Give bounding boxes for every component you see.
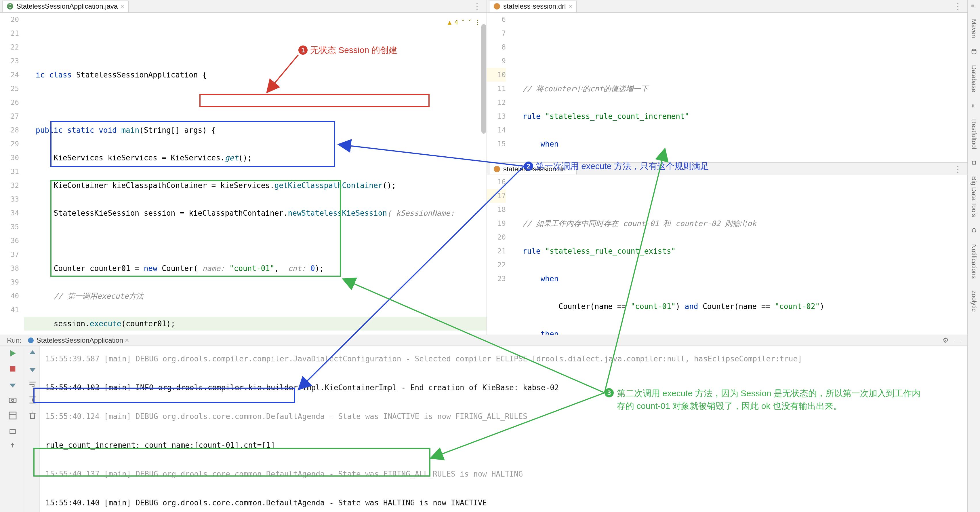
line-number: 27: [0, 109, 19, 123]
close-run-tab-icon[interactable]: ×: [125, 337, 129, 345]
tab-java-file[interactable]: C StatelessSessionApplication.java ×: [2, 1, 129, 12]
line-number: 24: [0, 68, 19, 82]
line-number: 31: [0, 165, 19, 179]
code-line: KieServices kieServices = KieServices.ge…: [36, 151, 487, 165]
tool-notifications[interactable]: Notifications: [970, 242, 978, 281]
close-icon[interactable]: ×: [568, 3, 572, 10]
code-line: when: [522, 272, 967, 286]
tab-drl-file[interactable]: stateless-session.drl ×: [489, 1, 577, 12]
maven-icon[interactable]: m: [971, 2, 977, 9]
chevron-up-icon[interactable]: ˆ: [461, 16, 465, 29]
console-line: rule_count_increment: count name:[count-…: [45, 438, 967, 452]
drl-mid-code[interactable]: // 如果工作内存中同时存在 count-01 和 counter-02 则输出…: [511, 175, 967, 335]
tab-filename: stateless-session.drl: [503, 2, 566, 10]
code-line: [36, 96, 487, 109]
line-number: 6: [487, 13, 506, 27]
line-number: 11: [487, 82, 506, 96]
trash-icon[interactable]: [28, 411, 37, 420]
line-number: 30: [0, 151, 19, 165]
tool-zoolytic[interactable]: zoolytic: [970, 289, 978, 313]
code-line: [522, 27, 967, 40]
chevron-down-icon[interactable]: ˇ: [468, 16, 472, 29]
stop-icon[interactable]: [8, 364, 17, 373]
svg-point-4: [28, 338, 33, 343]
code-line: Counter(name == "count-01") and Counter(…: [522, 300, 967, 313]
code-line: StatelessKieSession session = kieClasspa…: [36, 206, 487, 220]
line-number: 33: [0, 192, 19, 206]
bell-icon[interactable]: [971, 228, 977, 234]
svg-text:C: C: [8, 4, 12, 9]
console-line: 15:55:40.137 [main] DEBUG org.drools.cor…: [45, 467, 967, 481]
tab-overflow-icon[interactable]: ⋮: [951, 1, 965, 11]
code-line: // 将counter中的cnt的值递增一下: [522, 82, 967, 96]
line-number: 15: [487, 137, 506, 151]
scroll-end-icon[interactable]: [28, 396, 37, 405]
pin-icon[interactable]: [8, 442, 17, 451]
svg-point-2: [494, 3, 500, 10]
tool-database[interactable]: Database: [970, 63, 978, 94]
code-line: [522, 54, 967, 68]
code-line: rule "stateless_rule_count_increment": [522, 109, 967, 123]
tab-filename: stateless-session.drl: [503, 165, 566, 173]
down-icon[interactable]: [8, 380, 17, 389]
close-icon[interactable]: ×: [121, 3, 124, 10]
code-line: session.execute(counter01);: [36, 317, 487, 330]
drools-file-icon: [493, 3, 500, 10]
gear-icon[interactable]: ⚙: [943, 337, 949, 345]
line-number: 14: [487, 123, 506, 137]
code-line: rule "stateless_rule_count_exists": [522, 244, 967, 258]
run-config-name[interactable]: StatelessSessionApplication: [37, 337, 123, 345]
drools-file-icon: [493, 166, 500, 172]
svg-point-13: [972, 49, 976, 51]
rerun-icon[interactable]: [8, 349, 17, 358]
java-class-icon: C: [6, 3, 14, 10]
code-line: KieContainer kieClasspathContainer = kie…: [36, 179, 487, 192]
line-number: 28: [0, 123, 19, 137]
java-code[interactable]: ▲4ˆˇ⋮ ic class StatelessSessionApplicati…: [24, 13, 487, 335]
line-number: 17: [487, 189, 506, 203]
code-line: [36, 234, 487, 248]
inspection-widget[interactable]: ▲4ˆˇ⋮: [448, 16, 481, 29]
scrollbar-thumb[interactable]: [481, 24, 486, 134]
left-tabbar: C StatelessSessionApplication.java × ⋮: [0, 0, 487, 13]
svg-text:R: R: [972, 104, 974, 108]
tool-bigdata[interactable]: Big Data Tools: [970, 174, 978, 219]
restful-icon[interactable]: R: [971, 102, 977, 109]
console-output[interactable]: 15:55:39.587 [main] DEBUG org.drools.com…: [40, 346, 967, 512]
java-code-area[interactable]: 20 21 22 23 24 25 26 27 28 29 30 31 32 3…: [0, 13, 487, 335]
code-line: // 第一调用execute方法: [36, 289, 487, 303]
tab-overflow-icon[interactable]: ⋮: [470, 1, 484, 11]
tool-restful[interactable]: Restfultool: [970, 118, 978, 151]
line-number: 23: [0, 54, 19, 68]
close-icon[interactable]: ×: [568, 165, 572, 173]
print-icon[interactable]: [8, 426, 17, 436]
line-number: 26: [0, 96, 19, 109]
hide-icon[interactable]: —: [953, 337, 961, 345]
line-number: 23: [487, 272, 506, 286]
drl-mid-code-area[interactable]: 16 17 18 19 20 21 22 23 // 如果工作内存中同时存在 c…: [487, 175, 967, 335]
svg-rect-11: [10, 430, 15, 433]
line-number: 35: [0, 220, 19, 234]
run-toolbar-left: [0, 346, 25, 512]
down-arrow-icon[interactable]: [28, 364, 37, 373]
more-icon[interactable]: ⋮: [474, 16, 481, 29]
line-number: 21: [0, 27, 19, 40]
code-line: when: [522, 137, 967, 151]
line-number: 36: [0, 234, 19, 248]
run-label: Run:: [7, 337, 22, 345]
console-line: 15:55:39.587 [main] DEBUG org.drools.com…: [45, 352, 967, 366]
layout-icon[interactable]: [8, 411, 17, 420]
tab-drl-file[interactable]: stateless-session.drl ×: [489, 163, 577, 174]
drl-top-code-area[interactable]: 6 7 8 9 10 11 12 13 14 15 // 将counter中的c…: [487, 13, 967, 163]
line-number: 32: [0, 179, 19, 192]
tool-maven[interactable]: Maven: [970, 17, 978, 40]
up-arrow-icon[interactable]: [28, 349, 37, 358]
tab-overflow-icon[interactable]: ⋮: [951, 164, 965, 174]
right-gutter: 6 7 8 9 10 11 12 13 14 15: [487, 13, 511, 163]
database-icon[interactable]: [971, 48, 977, 55]
line-number: 13: [487, 109, 506, 123]
soft-wrap-icon[interactable]: [28, 380, 37, 389]
camera-icon[interactable]: [8, 396, 17, 405]
drl-top-code[interactable]: // 将counter中的cnt的值递增一下 rule "stateless_r…: [511, 13, 967, 163]
line-number: 20: [0, 13, 19, 27]
